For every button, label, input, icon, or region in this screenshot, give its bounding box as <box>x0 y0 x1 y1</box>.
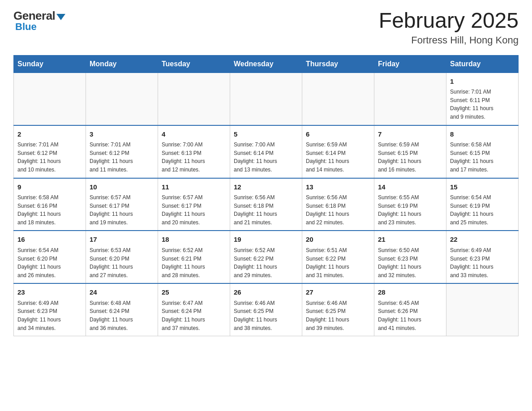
day-number: 21 <box>378 235 442 245</box>
day-number: 27 <box>306 287 370 298</box>
day-number: 16 <box>17 235 82 245</box>
day-info: Sunrise: 6:54 AM Sunset: 6:19 PM Dayligh… <box>450 193 515 227</box>
day-info: Sunrise: 6:59 AM Sunset: 6:15 PM Dayligh… <box>378 141 442 174</box>
day-info: Sunrise: 7:01 AM Sunset: 6:12 PM Dayligh… <box>90 141 154 174</box>
day-info: Sunrise: 6:52 AM Sunset: 6:21 PM Dayligh… <box>162 246 226 279</box>
calendar-header-tuesday: Tuesday <box>158 55 230 73</box>
day-number: 13 <box>306 182 370 193</box>
day-info: Sunrise: 6:53 AM Sunset: 6:20 PM Dayligh… <box>90 246 154 279</box>
calendar-cell: 13Sunrise: 6:56 AM Sunset: 6:18 PM Dayli… <box>302 178 374 231</box>
day-info: Sunrise: 6:57 AM Sunset: 6:17 PM Dayligh… <box>90 193 154 227</box>
day-info: Sunrise: 6:59 AM Sunset: 6:14 PM Dayligh… <box>306 141 370 174</box>
day-number: 2 <box>17 129 82 140</box>
day-number: 18 <box>162 235 226 245</box>
day-info: Sunrise: 6:52 AM Sunset: 6:22 PM Dayligh… <box>234 246 298 279</box>
calendar-cell: 19Sunrise: 6:52 AM Sunset: 6:22 PM Dayli… <box>230 231 302 283</box>
calendar-cell: 10Sunrise: 6:57 AM Sunset: 6:17 PM Dayli… <box>86 178 158 231</box>
day-number: 24 <box>90 287 154 298</box>
day-info: Sunrise: 6:48 AM Sunset: 6:24 PM Dayligh… <box>90 299 154 332</box>
calendar-cell: 28Sunrise: 6:45 AM Sunset: 6:26 PM Dayli… <box>374 283 446 336</box>
day-number: 4 <box>162 129 226 140</box>
calendar-cell: 25Sunrise: 6:47 AM Sunset: 6:24 PM Dayli… <box>158 283 230 336</box>
day-number: 7 <box>378 129 442 140</box>
calendar-week-3: 9Sunrise: 6:58 AM Sunset: 6:16 PM Daylig… <box>14 178 519 231</box>
calendar-cell <box>302 73 374 125</box>
calendar-header-friday: Friday <box>374 55 446 73</box>
day-number: 3 <box>90 129 154 140</box>
logo-blue-text: Blue <box>15 21 37 33</box>
day-info: Sunrise: 6:56 AM Sunset: 6:18 PM Dayligh… <box>306 193 370 227</box>
calendar-cell: 9Sunrise: 6:58 AM Sunset: 6:16 PM Daylig… <box>14 178 86 231</box>
day-number: 11 <box>162 182 226 193</box>
calendar-cell <box>14 73 86 125</box>
day-info: Sunrise: 6:54 AM Sunset: 6:20 PM Dayligh… <box>17 246 82 279</box>
day-number: 19 <box>234 235 298 245</box>
day-number: 6 <box>306 129 370 140</box>
calendar-cell: 26Sunrise: 6:46 AM Sunset: 6:25 PM Dayli… <box>230 283 302 336</box>
day-info: Sunrise: 6:45 AM Sunset: 6:26 PM Dayligh… <box>378 299 442 332</box>
calendar-cell: 14Sunrise: 6:55 AM Sunset: 6:19 PM Dayli… <box>374 178 446 231</box>
calendar-cell: 11Sunrise: 6:57 AM Sunset: 6:17 PM Dayli… <box>158 178 230 231</box>
calendar-cell: 8Sunrise: 6:58 AM Sunset: 6:15 PM Daylig… <box>446 125 519 178</box>
calendar-cell: 1Sunrise: 7:01 AM Sunset: 6:11 PM Daylig… <box>446 73 519 125</box>
calendar: SundayMondayTuesdayWednesdayThursdayFrid… <box>13 55 519 336</box>
calendar-cell: 12Sunrise: 6:56 AM Sunset: 6:18 PM Dayli… <box>230 178 302 231</box>
calendar-cell: 18Sunrise: 6:52 AM Sunset: 6:21 PM Dayli… <box>158 231 230 283</box>
day-number: 22 <box>450 235 515 245</box>
calendar-cell: 4Sunrise: 7:00 AM Sunset: 6:13 PM Daylig… <box>158 125 230 178</box>
day-number: 1 <box>450 77 515 87</box>
day-info: Sunrise: 6:47 AM Sunset: 6:24 PM Dayligh… <box>162 299 226 332</box>
calendar-header-thursday: Thursday <box>302 55 374 73</box>
day-info: Sunrise: 6:46 AM Sunset: 6:25 PM Dayligh… <box>234 299 298 332</box>
logo-arrow-icon <box>56 14 65 20</box>
day-info: Sunrise: 6:55 AM Sunset: 6:19 PM Dayligh… <box>378 193 442 227</box>
title-area: February 2025 Fortress Hill, Hong Kong <box>379 9 519 46</box>
calendar-header-sunday: Sunday <box>14 55 86 73</box>
calendar-cell <box>374 73 446 125</box>
calendar-cell: 21Sunrise: 6:50 AM Sunset: 6:23 PM Dayli… <box>374 231 446 283</box>
calendar-cell <box>230 73 302 125</box>
day-number: 9 <box>17 182 82 193</box>
calendar-cell: 16Sunrise: 6:54 AM Sunset: 6:20 PM Dayli… <box>14 231 86 283</box>
calendar-cell: 23Sunrise: 6:49 AM Sunset: 6:23 PM Dayli… <box>14 283 86 336</box>
calendar-cell: 5Sunrise: 7:00 AM Sunset: 6:14 PM Daylig… <box>230 125 302 178</box>
day-number: 23 <box>17 287 82 298</box>
day-info: Sunrise: 6:50 AM Sunset: 6:23 PM Dayligh… <box>378 246 442 279</box>
calendar-week-1: 1Sunrise: 7:01 AM Sunset: 6:11 PM Daylig… <box>14 73 519 125</box>
calendar-week-2: 2Sunrise: 7:01 AM Sunset: 6:12 PM Daylig… <box>14 125 519 178</box>
location-title: Fortress Hill, Hong Kong <box>379 34 519 46</box>
calendar-week-4: 16Sunrise: 6:54 AM Sunset: 6:20 PM Dayli… <box>14 231 519 283</box>
logo: General Blue <box>13 9 65 33</box>
calendar-cell: 20Sunrise: 6:51 AM Sunset: 6:22 PM Dayli… <box>302 231 374 283</box>
calendar-cell: 6Sunrise: 6:59 AM Sunset: 6:14 PM Daylig… <box>302 125 374 178</box>
day-number: 25 <box>162 287 226 298</box>
calendar-header-wednesday: Wednesday <box>230 55 302 73</box>
calendar-cell <box>446 283 519 336</box>
calendar-cell: 17Sunrise: 6:53 AM Sunset: 6:20 PM Dayli… <box>86 231 158 283</box>
calendar-cell: 7Sunrise: 6:59 AM Sunset: 6:15 PM Daylig… <box>374 125 446 178</box>
day-info: Sunrise: 6:57 AM Sunset: 6:17 PM Dayligh… <box>162 193 226 227</box>
calendar-cell <box>158 73 230 125</box>
day-info: Sunrise: 6:49 AM Sunset: 6:23 PM Dayligh… <box>450 246 515 279</box>
day-info: Sunrise: 6:46 AM Sunset: 6:25 PM Dayligh… <box>306 299 370 332</box>
header: General Blue February 2025 Fortress Hill… <box>13 9 519 46</box>
day-info: Sunrise: 6:56 AM Sunset: 6:18 PM Dayligh… <box>234 193 298 227</box>
day-number: 20 <box>306 235 370 245</box>
calendar-cell <box>86 73 158 125</box>
day-number: 5 <box>234 129 298 140</box>
calendar-body: 1Sunrise: 7:01 AM Sunset: 6:11 PM Daylig… <box>14 73 519 336</box>
day-info: Sunrise: 6:49 AM Sunset: 6:23 PM Dayligh… <box>17 299 82 332</box>
day-number: 14 <box>378 182 442 193</box>
day-number: 10 <box>90 182 154 193</box>
day-number: 17 <box>90 235 154 245</box>
day-number: 28 <box>378 287 442 298</box>
day-number: 8 <box>450 129 515 140</box>
calendar-header-monday: Monday <box>86 55 158 73</box>
calendar-cell: 2Sunrise: 7:01 AM Sunset: 6:12 PM Daylig… <box>14 125 86 178</box>
calendar-cell: 24Sunrise: 6:48 AM Sunset: 6:24 PM Dayli… <box>86 283 158 336</box>
day-number: 15 <box>450 182 515 193</box>
calendar-cell: 27Sunrise: 6:46 AM Sunset: 6:25 PM Dayli… <box>302 283 374 336</box>
calendar-week-5: 23Sunrise: 6:49 AM Sunset: 6:23 PM Dayli… <box>14 283 519 336</box>
calendar-cell: 3Sunrise: 7:01 AM Sunset: 6:12 PM Daylig… <box>86 125 158 178</box>
day-info: Sunrise: 7:01 AM Sunset: 6:11 PM Dayligh… <box>450 88 515 121</box>
